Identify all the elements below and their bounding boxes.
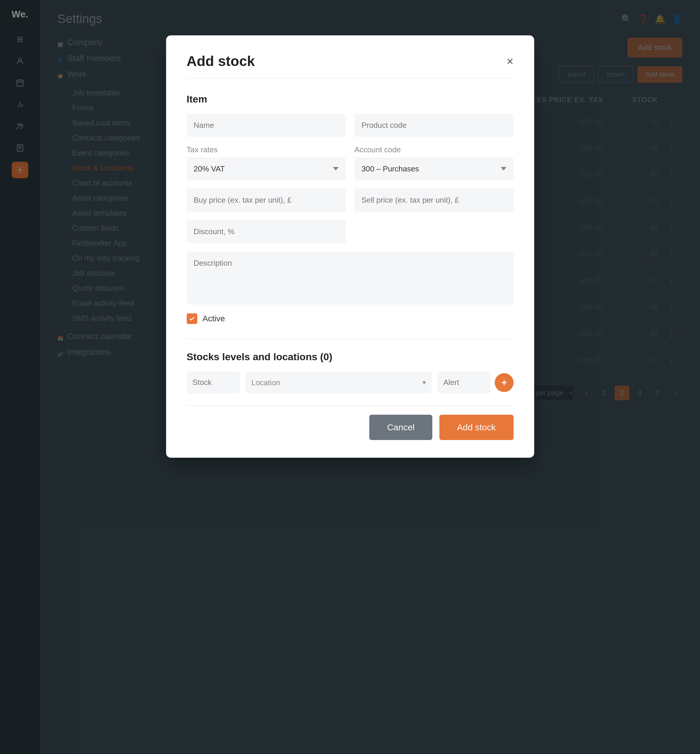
modal-footer: Cancel Add stock bbox=[187, 405, 514, 440]
discount-input[interactable] bbox=[187, 220, 346, 243]
modal-header: Add stock × bbox=[187, 53, 514, 79]
name-product-row bbox=[187, 114, 514, 137]
sell-price-input[interactable] bbox=[355, 189, 514, 212]
sell-price-field bbox=[355, 189, 514, 212]
stocks-section-title: Stocks levels and locations (0) bbox=[187, 351, 514, 363]
discount-field bbox=[187, 220, 346, 243]
tax-rates-label: Tax rates bbox=[187, 145, 346, 154]
add-location-button[interactable] bbox=[495, 373, 514, 392]
price-row bbox=[187, 189, 514, 212]
alert-wrap bbox=[438, 371, 514, 394]
stocks-section: Stocks levels and locations (0) Location… bbox=[187, 339, 514, 394]
add-stock-modal: Add stock × Item Tax rates 20% VAT Accou… bbox=[166, 35, 534, 458]
stock-input[interactable] bbox=[187, 371, 240, 394]
modal-title: Add stock bbox=[187, 53, 255, 69]
buy-price-input[interactable] bbox=[187, 189, 346, 212]
active-checkbox[interactable] bbox=[187, 313, 197, 324]
account-code-field: Account code 300 – Purchases bbox=[355, 145, 514, 180]
buy-price-field bbox=[187, 189, 346, 212]
account-code-label: Account code bbox=[355, 145, 514, 154]
description-row bbox=[187, 252, 514, 305]
tax-account-row: Tax rates 20% VAT Account code 300 – Pur… bbox=[187, 145, 514, 180]
name-field bbox=[187, 114, 346, 137]
active-label: Active bbox=[203, 314, 225, 324]
name-input[interactable] bbox=[187, 114, 346, 137]
stocks-row: Location ▾ bbox=[187, 371, 514, 394]
description-textarea[interactable] bbox=[187, 252, 514, 305]
product-code-field bbox=[355, 114, 514, 137]
tax-rates-select[interactable]: 20% VAT bbox=[187, 157, 346, 180]
account-code-select[interactable]: 300 – Purchases bbox=[355, 157, 514, 180]
modal-overlay: Add stock × Item Tax rates 20% VAT Accou… bbox=[0, 0, 700, 754]
modal-close-button[interactable]: × bbox=[506, 55, 513, 67]
discount-row bbox=[187, 220, 514, 243]
tax-rates-field: Tax rates 20% VAT bbox=[187, 145, 346, 180]
discount-spacer bbox=[355, 220, 514, 243]
location-select[interactable]: Location bbox=[245, 372, 432, 394]
alert-input[interactable] bbox=[438, 371, 491, 394]
add-stock-submit-button[interactable]: Add stock bbox=[439, 415, 514, 440]
description-field bbox=[187, 252, 514, 305]
active-checkbox-row: Active bbox=[187, 313, 514, 324]
location-select-wrap: Location ▾ bbox=[245, 372, 432, 394]
cancel-button[interactable]: Cancel bbox=[369, 415, 432, 440]
item-section-title: Item bbox=[187, 93, 514, 105]
product-code-input[interactable] bbox=[355, 114, 514, 137]
